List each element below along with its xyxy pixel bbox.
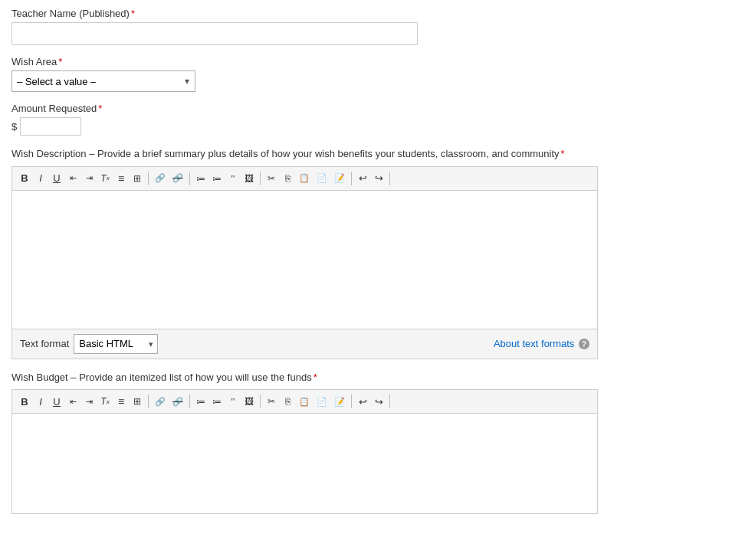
budget-table-button[interactable]: ⊞ — [130, 393, 145, 410]
redo-button[interactable]: ↪ — [371, 170, 386, 187]
editor-footer-1: Text format Basic HTML Full HTML Plain t… — [12, 329, 597, 359]
budget-separator-5 — [389, 395, 390, 408]
editor-toolbar-1: B I U ⇤ ⇥ Tx ≡ ⊞ 🔗 🔗 ≔ ≔ " 🖼 ✂ ⎘ 📋 📄 📝 ↩… — [12, 167, 597, 191]
budget-align-button[interactable]: ≡ — [113, 393, 129, 410]
budget-italic-button[interactable]: I — [33, 393, 48, 410]
format-select-wrapper: Basic HTML Full HTML Plain text — [74, 334, 158, 354]
help-icon: ? — [579, 339, 589, 349]
cut-button[interactable]: ✂ — [264, 170, 279, 187]
indent-increase-button[interactable]: ⇥ — [81, 170, 97, 187]
separator-5 — [389, 172, 390, 185]
budget-unlink-button[interactable]: 🔗 — [169, 393, 186, 410]
wish-budget-section: Wish Budget – Provide an itemized list o… — [11, 370, 744, 515]
wish-area-section: Wish Area* – Select a value – Art Music … — [11, 56, 744, 92]
budget-separator-1 — [148, 395, 149, 408]
separator-4 — [351, 172, 352, 185]
budget-bold-button[interactable]: B — [17, 393, 32, 410]
budget-paste-text-button[interactable]: 📄 — [313, 393, 330, 410]
about-formats-container: About text formats ? — [494, 338, 589, 350]
budget-undo-button[interactable]: ↩ — [355, 393, 370, 410]
wish-budget-body[interactable] — [12, 414, 597, 513]
wish-area-select-wrapper: – Select a value – Art Music Science Mat… — [11, 70, 195, 92]
blockquote-button[interactable]: " — [225, 170, 241, 187]
clear-format-button[interactable]: Tx — [97, 170, 113, 187]
separator-2 — [189, 172, 190, 185]
budget-underline-button[interactable]: U — [49, 393, 64, 410]
wish-description-editor: B I U ⇤ ⇥ Tx ≡ ⊞ 🔗 🔗 ≔ ≔ " 🖼 ✂ ⎘ 📋 📄 📝 ↩… — [11, 166, 598, 359]
bold-button[interactable]: B — [17, 170, 32, 187]
dollar-sign: $ — [11, 121, 17, 133]
amount-input[interactable] — [20, 117, 81, 136]
ol-button[interactable]: ≔ — [209, 170, 225, 187]
teacher-name-label: Teacher Name (Published)* — [11, 8, 744, 19]
amount-row: $ — [11, 117, 744, 136]
italic-button[interactable]: I — [33, 170, 48, 187]
indent-decrease-button[interactable]: ⇤ — [65, 170, 80, 187]
budget-copy-button[interactable]: ⎘ — [280, 393, 295, 410]
budget-clear-format-button[interactable]: Tx — [97, 393, 113, 410]
align-button[interactable]: ≡ — [113, 170, 129, 187]
budget-indent-increase-button[interactable]: ⇥ — [81, 393, 97, 410]
underline-button[interactable]: U — [49, 170, 64, 187]
wish-area-label: Wish Area* — [11, 56, 744, 67]
image-button[interactable]: 🖼 — [241, 170, 257, 187]
budget-separator-4 — [351, 395, 352, 408]
amount-label: Amount Requested* — [11, 103, 744, 114]
budget-indent-decrease-button[interactable]: ⇤ — [65, 393, 80, 410]
wish-description-body[interactable] — [12, 191, 597, 329]
budget-redo-button[interactable]: ↪ — [371, 393, 386, 410]
budget-paste-button[interactable]: 📋 — [296, 393, 313, 410]
about-formats-link[interactable]: About text formats — [494, 338, 575, 349]
budget-ul-button[interactable]: ≔ — [193, 393, 208, 410]
paste-button[interactable]: 📋 — [296, 170, 313, 187]
budget-image-button[interactable]: 🖼 — [241, 393, 257, 410]
budget-paste-word-button[interactable]: 📝 — [331, 393, 348, 410]
wish-budget-editor: B I U ⇤ ⇥ Tx ≡ ⊞ 🔗 🔗 ≔ ≔ " 🖼 ✂ ⎘ 📋 📄 📝 ↩… — [11, 389, 598, 514]
budget-separator-3 — [260, 395, 261, 408]
copy-button[interactable]: ⎘ — [280, 170, 295, 187]
table-button[interactable]: ⊞ — [130, 170, 145, 187]
editor-toolbar-2: B I U ⇤ ⇥ Tx ≡ ⊞ 🔗 🔗 ≔ ≔ " 🖼 ✂ ⎘ 📋 📄 📝 ↩… — [12, 390, 597, 414]
teacher-name-section: Teacher Name (Published)* — [11, 8, 744, 45]
separator-3 — [260, 172, 261, 185]
teacher-name-input[interactable] — [11, 22, 418, 45]
budget-cut-button[interactable]: ✂ — [264, 393, 279, 410]
wish-area-select[interactable]: – Select a value – Art Music Science Mat… — [11, 70, 195, 92]
amount-section: Amount Requested* $ — [11, 103, 744, 136]
budget-ol-button[interactable]: ≔ — [209, 393, 225, 410]
undo-button[interactable]: ↩ — [355, 170, 370, 187]
paste-word-button[interactable]: 📝 — [331, 170, 348, 187]
budget-separator-2 — [189, 395, 190, 408]
paste-text-button[interactable]: 📄 — [313, 170, 330, 187]
wish-description-label: Wish Description – Provide a brief summa… — [11, 146, 744, 162]
wish-budget-label: Wish Budget – Provide an itemized list o… — [11, 370, 744, 385]
text-format-select[interactable]: Basic HTML Full HTML Plain text — [74, 334, 158, 354]
unlink-button[interactable]: 🔗 — [169, 170, 186, 187]
budget-blockquote-button[interactable]: " — [225, 393, 241, 410]
text-format-label: Text format — [20, 338, 69, 349]
wish-description-section: Wish Description – Provide a brief summa… — [11, 146, 744, 359]
ul-button[interactable]: ≔ — [193, 170, 208, 187]
budget-link-button[interactable]: 🔗 — [152, 393, 169, 410]
separator-1 — [148, 172, 149, 185]
text-format-row: Text format Basic HTML Full HTML Plain t… — [20, 334, 158, 354]
link-button[interactable]: 🔗 — [152, 170, 169, 187]
